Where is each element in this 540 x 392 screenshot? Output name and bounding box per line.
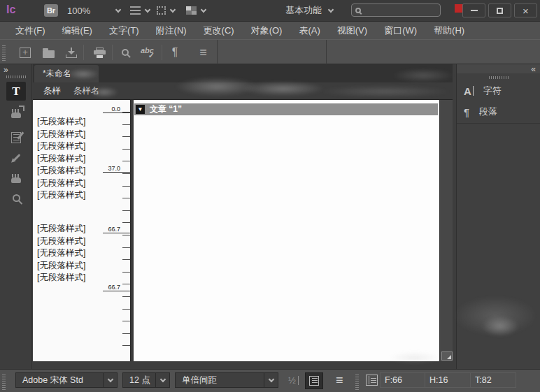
overset-indicator-button[interactable] xyxy=(441,351,453,361)
story-title: 文章 “1” xyxy=(150,103,182,115)
collapse-story-button[interactable]: ▼ xyxy=(136,105,145,114)
new-document-icon: + xyxy=(20,48,31,58)
character-panel-label: 字符 xyxy=(483,85,502,97)
copyfit-readouts: F:66H:16T:82 xyxy=(380,372,516,388)
drag-handle[interactable] xyxy=(2,373,6,390)
paragraph-icon: ¶ xyxy=(464,106,469,118)
frame-grid-dropdown[interactable] xyxy=(157,3,175,17)
statusbar-menu-button[interactable]: ≡ xyxy=(336,373,343,388)
close-button[interactable]: × xyxy=(514,3,537,17)
drag-handle[interactable] xyxy=(2,44,6,61)
zoom-level-value: 100% xyxy=(67,6,90,16)
toolbar-section-border xyxy=(326,40,327,65)
ruler-tick xyxy=(122,161,130,161)
toolbar-menu-button[interactable]: ≡ xyxy=(194,43,213,61)
vertical-scrollbar[interactable] xyxy=(439,100,453,361)
view-tab-1[interactable]: 条样 xyxy=(43,85,61,97)
story-editor[interactable]: ▼ 文章 “1” xyxy=(134,100,439,361)
menu-item-2[interactable]: 编辑(E) xyxy=(54,22,101,40)
minimize-button[interactable] xyxy=(462,3,485,17)
app-window: Ic Br 100% 基本功能 × 文件(F)编辑(E)文字(T)附注( xyxy=(0,0,540,392)
leading-value: 单倍间距 xyxy=(176,375,264,386)
window-controls: × xyxy=(461,0,539,21)
ruler-tick xyxy=(122,272,130,273)
double-chevron-left-icon[interactable]: « xyxy=(531,64,535,74)
search-input[interactable] xyxy=(364,6,434,15)
double-chevron-right-icon[interactable]: » xyxy=(3,65,8,75)
fraction-icon[interactable]: ½ xyxy=(288,375,299,386)
view-options-icon xyxy=(130,6,141,15)
save-content-button[interactable] xyxy=(62,43,80,61)
ruler-tick xyxy=(122,235,130,235)
font-size-select[interactable]: 12 点 xyxy=(122,372,170,388)
chevron-down-icon xyxy=(115,6,121,12)
zoom-level-dropdown[interactable]: 100% xyxy=(67,4,120,17)
ruler-tick xyxy=(122,333,130,334)
ruler-tick xyxy=(122,296,130,297)
ruler-tick xyxy=(122,124,130,125)
menu-item-9[interactable]: 窗口(W) xyxy=(376,22,425,40)
menu-item-10[interactable]: 帮助(H) xyxy=(425,22,473,40)
leading-select[interactable]: 单倍间距 xyxy=(175,372,278,388)
screen-mode-icon xyxy=(186,6,197,15)
ruler-tick xyxy=(122,149,130,150)
hidden-characters-button[interactable]: ¶ xyxy=(166,43,184,61)
view-options-dropdown[interactable] xyxy=(130,3,150,17)
eyedropper-tool-button[interactable] xyxy=(6,148,26,167)
dock-header: « xyxy=(457,64,540,73)
chevron-down-icon xyxy=(328,6,334,12)
position-tool-button[interactable] xyxy=(6,103,26,122)
paragraph-panel-tab[interactable]: ¶ 段落 xyxy=(457,102,540,122)
chevron-down-icon xyxy=(145,6,150,12)
ruler-tick xyxy=(122,309,130,310)
drag-handle[interactable] xyxy=(355,373,359,390)
type-tool-button[interactable]: T xyxy=(6,82,26,101)
view-tab-bar: 条样条样名 xyxy=(33,82,453,100)
divider xyxy=(457,123,540,124)
menu-item-7[interactable]: 表(A) xyxy=(290,22,328,40)
menu-item-6[interactable]: 对象(O) xyxy=(243,22,291,40)
spell-check-button[interactable]: abc✓ xyxy=(138,43,157,61)
toolbar-separator xyxy=(112,45,113,60)
chevron-down-icon xyxy=(159,376,165,382)
ruler-label: 0.0 xyxy=(111,106,120,112)
story-header[interactable]: ▼ 文章 “1” xyxy=(134,103,438,115)
ruler-label: 37.0 xyxy=(108,166,120,172)
font-family-select[interactable]: Adobe 宋体 Std xyxy=(15,372,118,388)
ruler-tick xyxy=(122,198,130,198)
chevron-down-icon xyxy=(268,376,273,382)
new-document-button[interactable]: + xyxy=(16,43,34,61)
search-box xyxy=(351,3,441,17)
workspace-label: 基本功能 xyxy=(285,4,322,17)
menu-item-4[interactable]: 附注(N) xyxy=(148,22,195,40)
bridge-button[interactable]: Br xyxy=(44,4,58,17)
character-panel-tab[interactable]: A 字符 xyxy=(457,81,540,101)
workspace-switcher[interactable]: 基本功能 xyxy=(285,4,333,17)
find-button[interactable] xyxy=(116,43,134,61)
ruler-tick xyxy=(122,210,130,211)
menu-item-3[interactable]: 文字(T) xyxy=(101,22,148,40)
toolbar-separator xyxy=(162,45,162,60)
drag-handle[interactable] xyxy=(489,76,509,79)
toolbar-section-border xyxy=(217,40,218,65)
zoom-tool-button[interactable] xyxy=(6,189,26,208)
menu-item-8[interactable]: 视图(V) xyxy=(329,22,376,40)
note-tool-button[interactable] xyxy=(6,128,26,147)
ruler-major-line xyxy=(103,112,130,113)
menu-item-5[interactable]: 更改(C) xyxy=(195,22,243,40)
screen-mode-dropdown[interactable] xyxy=(186,3,206,17)
galley-info-button[interactable] xyxy=(305,372,323,389)
drag-handle[interactable] xyxy=(6,75,26,78)
hand-tool-button[interactable] xyxy=(6,168,26,187)
menu-item-1[interactable]: 文件(F) xyxy=(7,22,54,40)
print-button[interactable] xyxy=(90,43,108,61)
paragraph-panel-label: 段落 xyxy=(479,106,497,118)
minimize-icon xyxy=(471,10,478,11)
depth-ruler: 0.037.066.766.7 xyxy=(33,100,130,361)
triangle-down-icon: ▼ xyxy=(138,107,143,112)
toolbar-separator xyxy=(83,45,84,60)
open-button[interactable] xyxy=(39,43,57,61)
document-tab[interactable]: *未命名 xyxy=(34,65,99,82)
view-tab-2[interactable]: 条样名 xyxy=(73,85,100,97)
maximize-button[interactable] xyxy=(488,3,511,17)
